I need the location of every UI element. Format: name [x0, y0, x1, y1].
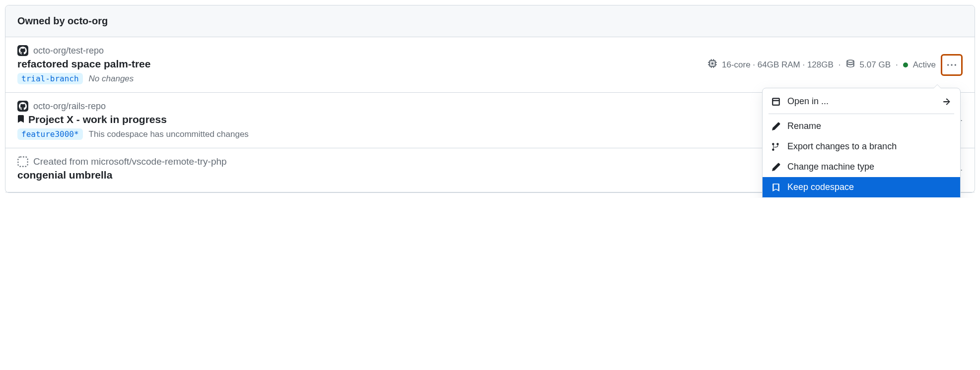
status-dot-icon: [903, 62, 908, 67]
menu-label: Export changes to a branch: [787, 141, 897, 152]
codespace-name[interactable]: congenial umbrella: [17, 169, 112, 181]
menu-open-in[interactable]: Open in ...: [763, 91, 960, 112]
storage-text: 5.07 GB: [860, 60, 891, 70]
menu-label: Keep codespace: [787, 182, 854, 192]
database-icon: [846, 59, 855, 70]
menu-label: Rename: [787, 121, 821, 131]
actions-dropdown: Open in ... Rename Export changes to a b…: [762, 88, 961, 198]
branch-status: No changes: [89, 74, 134, 84]
branch-chip[interactable]: feature3000*: [17, 128, 83, 140]
menu-change-machine[interactable]: Change machine type: [763, 157, 960, 177]
cpu-icon: [708, 59, 717, 70]
github-icon: [17, 101, 28, 112]
codespace-row: octo-org/test-repo refactored space palm…: [5, 37, 975, 93]
created-from-text: Created from microsoft/vscode-remote-try…: [33, 156, 227, 167]
template-icon: [17, 156, 28, 167]
menu-export-branch[interactable]: Export changes to a branch: [763, 136, 960, 157]
actions-menu-button[interactable]: [941, 54, 963, 76]
repo-name[interactable]: octo-org/rails-repo: [33, 101, 106, 112]
menu-keep-codespace[interactable]: Keep codespace: [763, 177, 960, 197]
panel-header: Owned by octo-org: [5, 5, 975, 37]
arrow-right-icon: [942, 97, 951, 106]
menu-label: Change machine type: [787, 162, 874, 172]
github-icon: [17, 45, 28, 56]
svg-rect-0: [18, 157, 27, 166]
repo-name[interactable]: octo-org/test-repo: [33, 46, 104, 56]
branch-chip[interactable]: trial-branch: [17, 73, 83, 84]
codespaces-panel: Owned by octo-org octo-org/test-repo ref…: [5, 5, 975, 193]
menu-rename[interactable]: Rename: [763, 116, 960, 136]
menu-label: Open in ...: [787, 96, 829, 107]
spec-text: 16-core · 64GB RAM · 128GB: [722, 60, 834, 70]
bookmark-icon: [17, 115, 24, 124]
owner-title: Owned by octo-org: [17, 15, 963, 27]
status-text: Active: [913, 60, 936, 70]
menu-stop-codespace[interactable]: Stop codespace: [763, 197, 960, 198]
codespace-name[interactable]: refactored space palm-tree: [17, 58, 150, 70]
branch-status: This codespace has uncommitted changes: [89, 129, 249, 139]
codespace-name[interactable]: Project X - work in progress: [28, 114, 167, 125]
